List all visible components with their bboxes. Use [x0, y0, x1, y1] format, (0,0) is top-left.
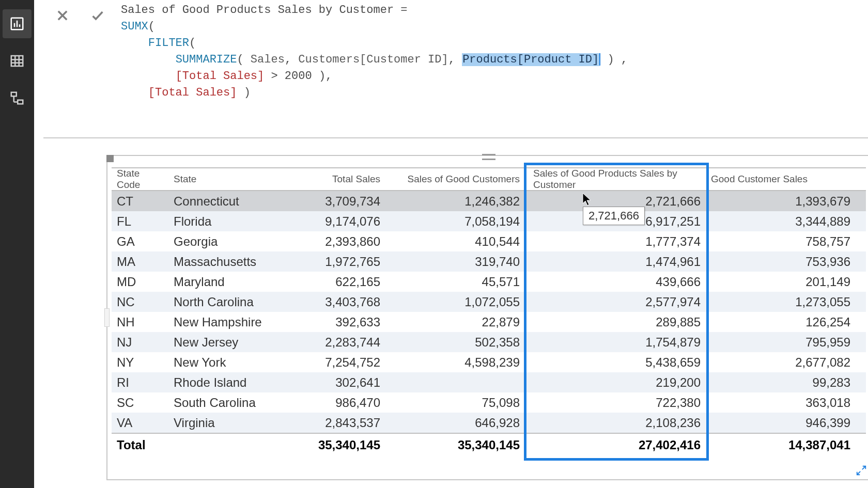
cell: 502,358 [385, 333, 525, 352]
footer-good-customer-sales: 14,387,041 [706, 436, 856, 454]
cell: 7,058,194 [385, 212, 525, 231]
cell: 1,777,374 [525, 232, 706, 251]
cell: Maryland [168, 273, 282, 291]
cell: 3,403,768 [282, 293, 385, 311]
cell: 1,972,765 [282, 253, 385, 271]
table-row[interactable]: NCNorth Carolina3,403,7681,072,0552,577,… [112, 292, 866, 312]
cell: South Carolina [168, 393, 282, 412]
cell: 3,709,734 [282, 192, 385, 211]
cell: Virginia [168, 414, 282, 432]
col-header-state[interactable]: State [168, 171, 282, 187]
cell: 1,072,055 [385, 293, 525, 311]
table-visual[interactable]: State Code State Total Sales Sales of Go… [106, 155, 868, 480]
cell: 1,393,679 [706, 192, 856, 211]
footer-good-customers: 35,340,145 [385, 436, 525, 454]
cell: 2,843,537 [282, 414, 385, 432]
table-row[interactable]: FLFlorida9,174,0767,058,1946,917,2513,34… [112, 211, 866, 231]
cell: 1,246,382 [385, 192, 525, 211]
table-row[interactable]: MAMassachusetts1,972,765319,7401,474,961… [112, 251, 866, 272]
focus-mode-icon[interactable] [856, 465, 867, 476]
svg-rect-9 [11, 92, 17, 97]
cell: MA [112, 253, 168, 271]
nav-report-icon[interactable] [3, 9, 32, 38]
data-table: State Code State Total Sales Sales of Go… [112, 167, 866, 456]
footer-total-sales: 35,340,145 [282, 436, 385, 454]
cell: NH [112, 313, 168, 332]
table-row[interactable]: GAGeorgia2,393,860410,5441,777,374758,75… [112, 231, 866, 251]
cell: 219,200 [525, 373, 706, 392]
formula-text[interactable]: Sales of Good Products Sales by Customer… [121, 2, 863, 101]
commit-formula-button[interactable] [88, 6, 107, 25]
table-row[interactable]: CTConnecticut3,709,7341,246,3822,721,666… [112, 191, 866, 211]
cell: 7,254,752 [282, 353, 385, 372]
cell: Massachusetts [168, 253, 282, 271]
cell: 3,344,889 [706, 212, 856, 231]
cell: 646,928 [385, 414, 525, 432]
col-header-state-code[interactable]: State Code [112, 166, 168, 193]
main-area: Iter Sales of Good Products Sales by Cus… [34, 0, 868, 488]
nav-model-icon[interactable] [3, 84, 32, 113]
cell: 2,577,974 [525, 293, 706, 311]
table-row[interactable]: NHNew Hampshire392,63322,879289,885126,2… [112, 312, 866, 332]
cell: 986,470 [282, 393, 385, 412]
col-header-good-customer-sales[interactable]: Good Customer Sales [706, 171, 856, 187]
cell: RI [112, 373, 168, 392]
cell: NC [112, 293, 168, 311]
cancel-formula-button[interactable] [53, 6, 72, 25]
cell: NJ [112, 333, 168, 352]
cell: 45,571 [385, 273, 525, 291]
cell: SC [112, 393, 168, 412]
cell: 622,165 [282, 273, 385, 291]
cell: 126,254 [706, 313, 856, 332]
cell: 946,399 [706, 414, 856, 432]
footer-good-products: 27,402,416 [525, 436, 706, 454]
svg-line-16 [862, 466, 865, 469]
cell: MD [112, 273, 168, 291]
cell: 1,273,055 [706, 293, 856, 311]
cell: New Jersey [168, 333, 282, 352]
formula-bar: Sales of Good Products Sales by Customer… [43, 0, 868, 138]
cell: 410,544 [385, 232, 525, 251]
cell: 795,959 [706, 333, 856, 352]
table-row[interactable]: RIRhode Island302,641219,20099,283 [112, 372, 866, 392]
cell: 319,740 [385, 253, 525, 271]
left-nav [0, 0, 34, 488]
cell: 99,283 [706, 373, 856, 392]
table-footer-row: Total 35,340,145 35,340,145 27,402,416 1… [112, 433, 866, 456]
resize-handle-nw[interactable] [106, 155, 114, 162]
cell: NY [112, 353, 168, 372]
table-row[interactable]: VAVirginia2,843,537646,9282,108,236946,3… [112, 413, 866, 433]
table-row[interactable]: SCSouth Carolina986,47075,098722,380363,… [112, 392, 866, 413]
cell: 22,879 [385, 313, 525, 332]
cell: Georgia [168, 232, 282, 251]
cell: 1,474,961 [525, 253, 706, 271]
cell: North Carolina [168, 293, 282, 311]
col-header-total-sales[interactable]: Total Sales [282, 171, 385, 187]
cell: 2,721,666 [525, 192, 706, 211]
table-row[interactable]: NYNew York7,254,7524,598,2395,438,6592,6… [112, 352, 866, 372]
cell: New York [168, 353, 282, 372]
col-header-good-products[interactable]: Sales of Good Products Sales by Customer [525, 166, 706, 193]
drag-handle[interactable] [482, 154, 495, 160]
resize-handle-w[interactable] [104, 308, 110, 327]
cell: 302,641 [282, 373, 385, 392]
cell: Connecticut [168, 192, 282, 211]
svg-rect-10 [18, 100, 23, 104]
cell: VA [112, 414, 168, 432]
cell: GA [112, 232, 168, 251]
cell: 6,917,251 [525, 212, 706, 231]
cell [385, 381, 525, 385]
cell: 201,149 [706, 273, 856, 291]
col-header-good-customers[interactable]: Sales of Good Customers [385, 171, 525, 187]
cell: 392,633 [282, 313, 385, 332]
cell: 439,666 [525, 273, 706, 291]
table-row[interactable]: MDMaryland622,16545,571439,666201,149 [112, 272, 866, 292]
svg-line-15 [857, 471, 860, 475]
cell: FL [112, 212, 168, 231]
footer-label: Total [112, 436, 168, 454]
cell: 2,393,860 [282, 232, 385, 251]
nav-data-icon[interactable] [3, 46, 32, 75]
cell: Florida [168, 212, 282, 231]
cell: CT [112, 192, 168, 211]
table-row[interactable]: NJNew Jersey2,283,744502,3581,754,879795… [112, 332, 866, 352]
